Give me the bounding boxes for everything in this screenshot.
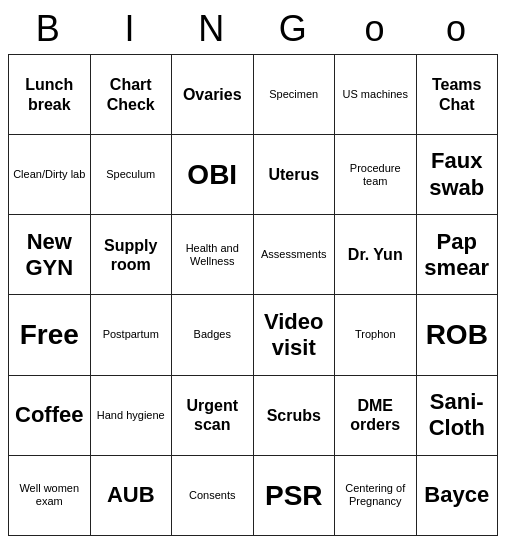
table-row: Sani-Cloth (417, 376, 499, 456)
table-row: Ovaries (172, 55, 254, 135)
table-row: PSR (254, 456, 336, 536)
cell-label: Chart Check (93, 75, 170, 113)
table-row: Bayce (417, 456, 499, 536)
cell-label: US machines (343, 88, 408, 101)
cell-label: OBI (187, 158, 237, 192)
cell-label: AUB (107, 482, 155, 508)
table-row: Video visit (254, 295, 336, 375)
table-row: Teams Chat (417, 55, 499, 135)
table-row: Chart Check (91, 55, 173, 135)
cell-label: Dr. Yun (348, 245, 403, 264)
cell-label: Ovaries (183, 85, 242, 104)
cell-label: Speculum (106, 168, 155, 181)
table-row: Scrubs (254, 376, 336, 456)
title-g: G (253, 8, 335, 50)
cell-label: Bayce (424, 482, 489, 508)
title-i: I (90, 8, 172, 50)
cell-label: Free (20, 318, 79, 352)
table-row: Clean/Dirty lab (9, 135, 91, 215)
cell-label: Sani-Cloth (419, 389, 496, 442)
cell-label: Assessments (261, 248, 326, 261)
title-o2: o (416, 8, 498, 50)
cell-label: Coffee (15, 402, 83, 428)
cell-label: ROB (426, 318, 488, 352)
cell-label: Trophon (355, 328, 396, 341)
table-row: Badges (172, 295, 254, 375)
cell-label: Clean/Dirty lab (13, 168, 85, 181)
cell-label: Consents (189, 489, 235, 502)
bingo-title: B I N G o o (8, 8, 498, 50)
table-row: Urgent scan (172, 376, 254, 456)
table-row: Well women exam (9, 456, 91, 536)
table-row: New GYN (9, 215, 91, 295)
cell-label: Scrubs (267, 406, 321, 425)
title-o1: o (335, 8, 417, 50)
cell-label: Badges (194, 328, 231, 341)
table-row: Health and Wellness (172, 215, 254, 295)
cell-label: Well women exam (11, 482, 88, 508)
cell-label: DME orders (337, 396, 414, 434)
table-row: Dr. Yun (335, 215, 417, 295)
table-row: US machines (335, 55, 417, 135)
cell-label: PSR (265, 479, 323, 513)
cell-label: New GYN (11, 229, 88, 282)
table-row: Assessments (254, 215, 336, 295)
table-row: Consents (172, 456, 254, 536)
cell-label: Teams Chat (419, 75, 496, 113)
cell-label: Hand hygiene (97, 409, 165, 422)
table-row: Free (9, 295, 91, 375)
cell-label: Specimen (269, 88, 318, 101)
title-n: N (171, 8, 253, 50)
table-row: Lunch break (9, 55, 91, 135)
table-row: Faux swab (417, 135, 499, 215)
table-row: OBI (172, 135, 254, 215)
table-row: DME orders (335, 376, 417, 456)
cell-label: Pap smear (419, 229, 496, 282)
cell-label: Health and Wellness (174, 242, 251, 268)
cell-label: Faux swab (419, 148, 496, 201)
cell-label: Video visit (256, 309, 333, 362)
cell-label: Urgent scan (174, 396, 251, 434)
cell-label: Procedure team (337, 162, 414, 188)
table-row: Specimen (254, 55, 336, 135)
cell-label: Centering of Pregnancy (337, 482, 414, 508)
table-row: Speculum (91, 135, 173, 215)
table-row: AUB (91, 456, 173, 536)
cell-label: Supply room (93, 236, 170, 274)
cell-label: Lunch break (11, 75, 88, 113)
table-row: Pap smear (417, 215, 499, 295)
table-row: Coffee (9, 376, 91, 456)
bingo-grid: Lunch breakChart CheckOvariesSpecimenUS … (8, 54, 498, 536)
table-row: Procedure team (335, 135, 417, 215)
table-row: Postpartum (91, 295, 173, 375)
cell-label: Uterus (268, 165, 319, 184)
table-row: Uterus (254, 135, 336, 215)
table-row: Supply room (91, 215, 173, 295)
table-row: ROB (417, 295, 499, 375)
table-row: Trophon (335, 295, 417, 375)
table-row: Centering of Pregnancy (335, 456, 417, 536)
cell-label: Postpartum (103, 328, 159, 341)
title-b: B (8, 8, 90, 50)
table-row: Hand hygiene (91, 376, 173, 456)
